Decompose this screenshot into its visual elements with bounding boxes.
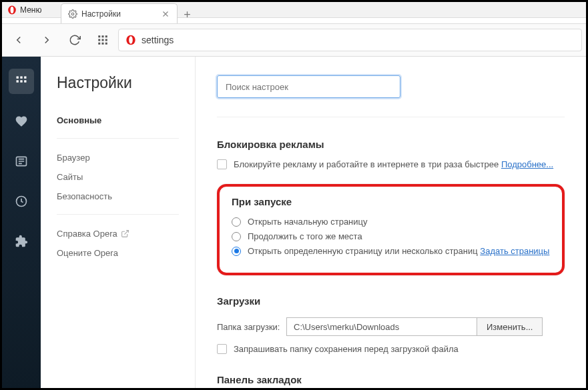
nav-toolbar: settings bbox=[2, 23, 586, 57]
svg-point-2 bbox=[71, 13, 74, 15]
opera-icon bbox=[125, 35, 136, 45]
svg-rect-9 bbox=[98, 43, 100, 45]
section-bookmarks-title: Панель закладок bbox=[217, 374, 565, 385]
divider bbox=[57, 138, 179, 139]
download-folder-change-button[interactable]: Изменить... bbox=[477, 317, 543, 336]
sidebar-item-sites[interactable]: Сайты bbox=[57, 167, 179, 187]
forward-button[interactable] bbox=[34, 27, 59, 53]
startup-radio-continue-label: Продолжить с того же места bbox=[248, 231, 362, 241]
startup-section-highlight: При запуске Открыть начальную страницу П… bbox=[217, 184, 565, 275]
settings-title: Настройки bbox=[57, 74, 179, 92]
startup-radio-home[interactable] bbox=[232, 217, 241, 227]
adblock-label: Блокируйте рекламу и работайте в интерне… bbox=[234, 159, 553, 169]
download-ask-checkbox[interactable] bbox=[217, 344, 227, 354]
tab-title: Настройки bbox=[81, 9, 157, 19]
download-folder-input[interactable] bbox=[286, 317, 477, 336]
sidebar-item-browser[interactable]: Браузер bbox=[57, 148, 179, 167]
rail-history[interactable] bbox=[9, 189, 34, 214]
rail-news[interactable] bbox=[9, 149, 34, 174]
section-downloads-title: Загрузки bbox=[217, 295, 565, 307]
new-tab-button[interactable] bbox=[178, 5, 196, 23]
svg-rect-5 bbox=[105, 35, 107, 37]
divider bbox=[57, 214, 179, 215]
sidebar-icon-rail bbox=[2, 57, 41, 388]
svg-rect-4 bbox=[102, 35, 104, 37]
svg-rect-19 bbox=[24, 80, 26, 82]
settings-sidebar: Настройки Основные Браузер Сайты Безопас… bbox=[41, 57, 196, 388]
rail-bookmarks[interactable] bbox=[9, 109, 34, 134]
sidebar-item-rate[interactable]: Оцените Opera bbox=[57, 243, 179, 263]
gear-icon bbox=[68, 9, 77, 19]
address-text: settings bbox=[141, 35, 174, 45]
svg-rect-3 bbox=[98, 35, 100, 37]
reload-button[interactable] bbox=[62, 27, 87, 53]
settings-search-input[interactable] bbox=[217, 75, 400, 98]
svg-rect-17 bbox=[17, 80, 19, 82]
startup-radio-specific-label: Открыть определенную страницу или нескол… bbox=[248, 246, 549, 256]
close-icon[interactable] bbox=[161, 9, 170, 19]
rail-speed-dial[interactable] bbox=[9, 69, 34, 94]
section-startup-title: При запуске bbox=[232, 196, 550, 207]
sidebar-item-help[interactable]: Справка Opera bbox=[57, 224, 179, 243]
svg-rect-6 bbox=[98, 39, 100, 41]
sidebar-item-basic[interactable]: Основные bbox=[57, 111, 179, 130]
svg-point-13 bbox=[129, 36, 133, 43]
sidebar-item-security[interactable]: Безопасность bbox=[57, 187, 179, 206]
adblock-checkbox[interactable] bbox=[217, 159, 227, 169]
external-link-icon bbox=[121, 229, 129, 238]
speed-dial-button[interactable] bbox=[90, 27, 115, 53]
adblock-learn-more-link[interactable]: Подробнее... bbox=[501, 159, 553, 169]
opera-icon bbox=[7, 5, 17, 15]
tab-strip: Настройки bbox=[61, 2, 196, 23]
startup-radio-specific[interactable] bbox=[232, 247, 241, 256]
settings-main-panel: Блокировка рекламы Блокируйте рекламу и … bbox=[196, 57, 586, 388]
back-button[interactable] bbox=[6, 27, 31, 53]
svg-point-1 bbox=[11, 7, 14, 13]
help-label: Справка Opera bbox=[57, 229, 117, 239]
svg-rect-14 bbox=[17, 77, 19, 79]
startup-radio-continue[interactable] bbox=[232, 232, 241, 241]
download-ask-label: Запрашивать папку сохранения перед загру… bbox=[234, 344, 459, 354]
address-bar[interactable]: settings bbox=[118, 29, 582, 51]
divider bbox=[217, 117, 565, 117]
svg-rect-15 bbox=[20, 77, 22, 79]
svg-rect-7 bbox=[102, 39, 104, 41]
startup-radio-home-label: Открыть начальную страницу bbox=[248, 217, 368, 227]
svg-rect-10 bbox=[102, 43, 104, 45]
svg-rect-8 bbox=[105, 39, 107, 41]
tab-settings[interactable]: Настройки bbox=[61, 3, 178, 23]
section-ad-block-title: Блокировка рекламы bbox=[217, 139, 565, 150]
svg-rect-11 bbox=[105, 43, 107, 45]
opera-menu-button[interactable]: Меню bbox=[2, 2, 47, 17]
menu-label: Меню bbox=[20, 5, 41, 15]
startup-set-pages-link[interactable]: Задать страницы bbox=[480, 246, 549, 256]
rail-extensions[interactable] bbox=[9, 229, 34, 254]
svg-rect-18 bbox=[20, 80, 22, 82]
download-folder-label: Папка загрузки: bbox=[217, 322, 286, 332]
svg-rect-16 bbox=[24, 77, 26, 79]
